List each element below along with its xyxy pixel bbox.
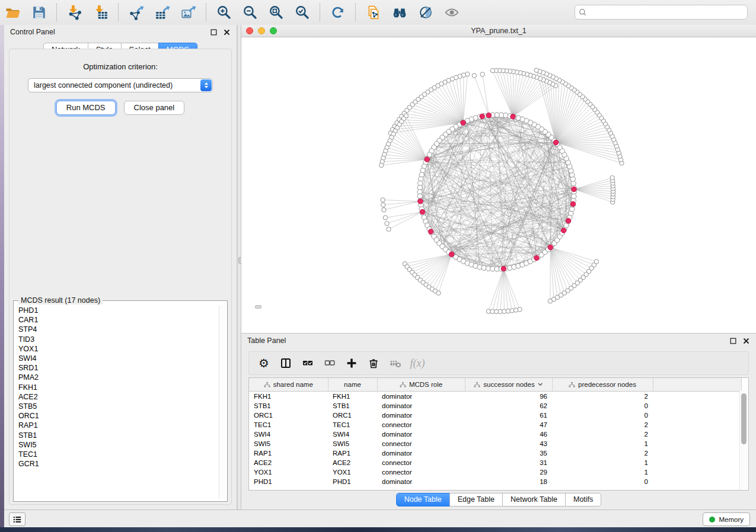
memory-button[interactable]: Memory bbox=[703, 512, 750, 526]
show-panels-button[interactable] bbox=[9, 512, 25, 526]
new-network-from-selection-icon[interactable] bbox=[362, 2, 385, 23]
delete-column-icon[interactable] bbox=[365, 355, 382, 371]
mcds-result-item[interactable]: ORC1 bbox=[16, 411, 218, 421]
float-panel-icon[interactable] bbox=[729, 337, 737, 345]
search-input[interactable] bbox=[590, 8, 744, 17]
list-icon bbox=[12, 515, 22, 524]
run-mcds-button[interactable]: Run MCDS bbox=[56, 101, 116, 115]
table-row[interactable]: YOX1YOX1connector291 bbox=[249, 467, 741, 477]
show-graphics-details-icon[interactable] bbox=[414, 2, 437, 23]
mcds-result-item[interactable]: FKH1 bbox=[16, 383, 218, 392]
tab-network-table[interactable]: Network Table bbox=[502, 493, 566, 507]
table-row[interactable]: ORC1ORC1dominator610 bbox=[249, 411, 741, 420]
column-header-predecessor-nodes[interactable]: predecessor nodes bbox=[552, 378, 653, 392]
delete-table-icon bbox=[387, 355, 404, 371]
table-row[interactable]: PHD1PHD1dominator180 bbox=[249, 477, 741, 486]
memory-button-label: Memory bbox=[719, 516, 744, 523]
mcds-result-item[interactable]: PMA2 bbox=[16, 373, 218, 382]
cell-successor_nodes: 46 bbox=[465, 430, 552, 439]
deselect-all-icon[interactable] bbox=[321, 355, 339, 371]
table-row[interactable]: TEC1TEC1connector472 bbox=[249, 420, 741, 430]
mcds-result-item[interactable]: GCR1 bbox=[16, 459, 218, 469]
apply-layout-icon[interactable] bbox=[327, 2, 349, 23]
function-builder-icon: f(x) bbox=[409, 355, 426, 371]
cell-mcds_role: connector bbox=[377, 458, 465, 467]
table-scrollbar-thumb[interactable] bbox=[741, 393, 747, 444]
mcds-result-item[interactable]: RAP1 bbox=[16, 421, 218, 430]
cell-successor_nodes: 62 bbox=[465, 401, 552, 411]
mcds-result-item[interactable]: SWI4 bbox=[16, 354, 218, 363]
mcds-result-item[interactable]: STB1 bbox=[16, 431, 218, 440]
table-scrollbar[interactable] bbox=[739, 390, 748, 489]
export-network-icon[interactable] bbox=[125, 2, 148, 23]
mcds-result-item[interactable]: ACE2 bbox=[16, 392, 218, 402]
cell-shared_name: SWI5 bbox=[249, 439, 328, 448]
mcds-result-item[interactable]: TEC1 bbox=[16, 450, 218, 459]
mcds-result-item[interactable]: STP4 bbox=[16, 325, 218, 334]
add-column-icon[interactable] bbox=[343, 355, 361, 371]
export-table-icon[interactable] bbox=[151, 2, 174, 23]
table-row[interactable]: ACE2ACE2connector311 bbox=[249, 458, 741, 467]
status-bar: Memory bbox=[4, 509, 756, 527]
tab-motifs[interactable]: Motifs bbox=[565, 493, 601, 507]
cell-predecessor_nodes: 1 bbox=[552, 467, 653, 477]
tab-edge-table[interactable]: Edge Table bbox=[449, 493, 503, 507]
zoom-selected-icon[interactable] bbox=[291, 2, 314, 23]
mcds-result-list[interactable]: PHD1CAR1STP4TID3YOX1SWI4SRD1PMA2FKH1ACE2… bbox=[16, 306, 218, 499]
table-row[interactable]: FKH1FKH1dominator962 bbox=[249, 392, 741, 402]
column-header-name[interactable]: name bbox=[328, 378, 377, 392]
criterion-select[interactable]: largest connected component (undirected) bbox=[28, 78, 213, 92]
cytoscape-app: Control Panel NetworkStyleSelectMCDS Opt… bbox=[0, 0, 756, 532]
zoom-fit-icon[interactable] bbox=[265, 2, 288, 23]
main-toolbar-icons bbox=[0, 2, 465, 23]
mcds-result-item[interactable]: SWI5 bbox=[16, 440, 218, 450]
float-panel-icon[interactable] bbox=[210, 28, 218, 36]
table-row[interactable]: SWI5SWI5connector431 bbox=[249, 439, 741, 448]
cell-successor_nodes: 61 bbox=[465, 411, 552, 420]
cell-name: ACE2 bbox=[328, 458, 377, 467]
mcds-result-item[interactable]: STB5 bbox=[16, 402, 218, 411]
cell-mcds_role: connector bbox=[377, 420, 465, 430]
tab-node-table[interactable]: Node Table bbox=[396, 493, 450, 507]
table-row[interactable]: RAP1RAP1dominator352 bbox=[249, 448, 741, 458]
eye-icon[interactable] bbox=[441, 2, 463, 23]
column-header-successor-nodes[interactable]: successor nodes bbox=[465, 378, 552, 392]
mcds-result-item[interactable]: TID3 bbox=[16, 335, 218, 344]
close-panel-icon[interactable] bbox=[742, 337, 750, 345]
cell-name: RAP1 bbox=[328, 448, 377, 458]
zoom-out-icon[interactable] bbox=[239, 2, 261, 23]
network-canvas[interactable] bbox=[241, 37, 756, 333]
network-window-titlebar[interactable]: YPA_prune.txt_1 bbox=[241, 25, 756, 37]
mcds-result-item[interactable]: SRD1 bbox=[16, 363, 218, 373]
search-field[interactable] bbox=[575, 5, 748, 20]
toolbar-separator bbox=[118, 4, 119, 21]
column-header-MCDS-role[interactable]: MCDS role bbox=[377, 378, 465, 392]
import-network-icon[interactable] bbox=[63, 2, 86, 23]
columns-icon[interactable] bbox=[277, 355, 295, 371]
search-icon bbox=[579, 8, 587, 17]
import-table-icon[interactable] bbox=[90, 2, 112, 23]
mcds-result-item[interactable]: PHD1 bbox=[16, 306, 218, 315]
control-panel-titlebar: Control Panel bbox=[4, 25, 237, 39]
binoculars-icon[interactable] bbox=[388, 2, 411, 23]
export-image-icon[interactable] bbox=[177, 2, 200, 23]
mcds-result-item[interactable]: CAR1 bbox=[16, 315, 218, 325]
panel-splitter-horizontal[interactable] bbox=[255, 305, 261, 309]
mcds-list-scrollbar[interactable] bbox=[219, 306, 225, 499]
close-panel-icon[interactable] bbox=[223, 28, 231, 36]
select-all-icon[interactable] bbox=[299, 355, 317, 371]
save-session-icon[interactable] bbox=[28, 2, 50, 23]
control-panel: Control Panel NetworkStyleSelectMCDS Opt… bbox=[4, 25, 237, 509]
network-graph[interactable] bbox=[241, 37, 756, 333]
close-panel-button[interactable]: Close panel bbox=[124, 101, 185, 115]
gear-icon[interactable]: ⚙ bbox=[255, 355, 273, 371]
column-header-shared-name[interactable]: shared name bbox=[249, 378, 328, 392]
mcds-result-item[interactable]: YOX1 bbox=[16, 344, 218, 354]
panel-splitter-vertical[interactable] bbox=[237, 25, 241, 509]
desktop-wallpaper-left bbox=[0, 25, 4, 532]
table-row[interactable]: SWI4SWI4dominator462 bbox=[249, 430, 741, 439]
zoom-in-icon[interactable] bbox=[213, 2, 235, 23]
table-panel-titlebar: Table Panel bbox=[241, 334, 756, 348]
open-file-icon[interactable] bbox=[2, 2, 24, 23]
table-row[interactable]: STB1STB1dominator620 bbox=[249, 401, 741, 411]
